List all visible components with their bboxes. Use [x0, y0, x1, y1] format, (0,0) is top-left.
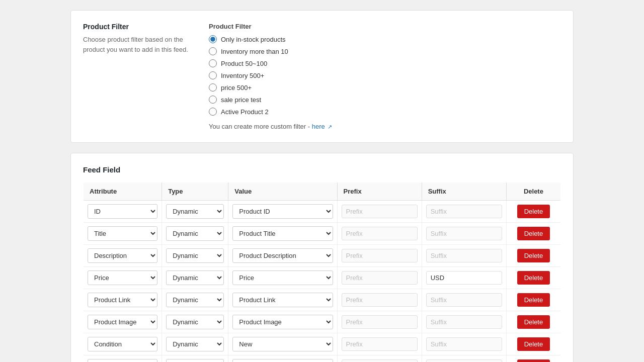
type-select-2[interactable]: Dynamic: [166, 248, 224, 263]
radio-label-5: sale price test: [221, 96, 261, 104]
radio-input-3[interactable]: [209, 71, 217, 79]
table-row: TitleDynamicProduct TitleDelete: [84, 223, 561, 245]
suffix-input-2[interactable]: [426, 249, 502, 262]
radio-item: Only in-stock products: [209, 35, 561, 43]
delete-button-4[interactable]: Delete: [517, 293, 550, 307]
attribute-select-7[interactable]: Availability: [88, 359, 157, 362]
value-select-4[interactable]: Product Link: [232, 293, 333, 307]
delete-button-7[interactable]: Delete: [517, 359, 550, 362]
feed-table-body: IDDynamicProduct IDDeleteTitleDynamicPro…: [84, 201, 561, 363]
delete-button-5[interactable]: Delete: [517, 315, 550, 329]
table-row: IDDynamicProduct IDDelete: [84, 201, 561, 223]
attribute-select-2[interactable]: Description: [88, 248, 157, 263]
custom-filter-text: You can create more custom filter - here…: [209, 123, 561, 130]
table-row: Product ImageDynamicProduct ImageDelete: [84, 311, 561, 333]
prefix-input-4[interactable]: [342, 293, 418, 307]
col-header-attribute: Attribute: [84, 183, 162, 201]
type-select-1[interactable]: Dynamic: [166, 226, 224, 241]
col-header-type: Type: [162, 183, 228, 201]
delete-button-6[interactable]: Delete: [517, 337, 550, 351]
radio-label-1: Inventory more than 10: [221, 48, 288, 55]
table-row: DescriptionDynamicProduct DescriptionDel…: [84, 245, 561, 267]
radio-label-4: price 500+: [221, 84, 252, 92]
type-select-3[interactable]: Dynamic: [166, 270, 224, 285]
table-row: AvailabilityDynamicAvailabilityDelete: [84, 355, 561, 363]
type-select-7[interactable]: Dynamic: [166, 359, 224, 362]
prefix-input-2[interactable]: [342, 249, 418, 262]
radio-item: Inventory more than 10: [209, 47, 561, 55]
radio-input-6[interactable]: [209, 108, 217, 116]
radio-input-0[interactable]: [209, 35, 217, 43]
feed-field-section: Feed Field Attribute Type Value Prefix S…: [70, 153, 574, 362]
radio-item: Active Product 2: [209, 108, 561, 116]
suffix-input-0[interactable]: [426, 205, 502, 218]
page-container: Product Filter Choose product filter bas…: [70, 10, 574, 362]
suffix-input-3[interactable]: [426, 271, 502, 285]
suffix-input-4[interactable]: [426, 293, 502, 307]
radio-input-5[interactable]: [209, 96, 217, 104]
attribute-select-1[interactable]: Title: [88, 226, 157, 241]
table-header: Attribute Type Value Prefix Suffix Delet…: [84, 183, 561, 201]
table-row: ConditionDynamicNewDelete: [84, 333, 561, 355]
attribute-select-5[interactable]: Product Image: [88, 315, 157, 329]
prefix-input-5[interactable]: [342, 315, 418, 329]
filter-left: Product Filter Choose product filter bas…: [83, 23, 194, 130]
radio-item: Inventory 500+: [209, 71, 561, 79]
custom-filter-link[interactable]: here ↗: [312, 123, 333, 130]
radio-label-2: Product 50~100: [221, 60, 267, 67]
value-select-5[interactable]: Product Image: [232, 315, 333, 329]
prefix-input-7[interactable]: [342, 359, 418, 362]
radio-label-0: Only in-stock products: [221, 36, 286, 43]
table-row: Product LinkDynamicProduct LinkDelete: [84, 289, 561, 311]
prefix-input-3[interactable]: [342, 271, 418, 285]
suffix-input-6[interactable]: [426, 337, 502, 351]
feed-field-title: Feed Field: [83, 165, 561, 174]
radio-input-4[interactable]: [209, 83, 217, 92]
col-header-prefix: Prefix: [337, 183, 422, 201]
table-row: PriceDynamicPriceDelete: [84, 267, 561, 289]
type-select-0[interactable]: Dynamic: [166, 204, 224, 219]
filter-right: Product Filter Only in-stock productsInv…: [209, 23, 561, 130]
radio-input-2[interactable]: [209, 59, 217, 67]
filter-right-title: Product Filter: [209, 23, 561, 30]
value-select-2[interactable]: Product Description: [232, 248, 333, 263]
radio-label-6: Active Product 2: [221, 108, 269, 116]
radio-input-1[interactable]: [209, 47, 217, 55]
type-select-5[interactable]: Dynamic: [166, 315, 224, 329]
delete-button-2[interactable]: Delete: [517, 249, 550, 262]
suffix-input-7[interactable]: [426, 359, 502, 362]
delete-button-0[interactable]: Delete: [517, 205, 550, 218]
value-select-6[interactable]: New: [232, 337, 333, 351]
attribute-select-0[interactable]: ID: [88, 204, 157, 219]
product-filter-section: Product Filter Choose product filter bas…: [70, 10, 574, 143]
radio-label-3: Inventory 500+: [221, 72, 264, 79]
col-header-delete: Delete: [506, 183, 560, 201]
filter-left-title: Product Filter: [83, 23, 194, 31]
col-header-suffix: Suffix: [422, 183, 506, 201]
attribute-select-3[interactable]: Price: [88, 270, 157, 285]
suffix-input-5[interactable]: [426, 315, 502, 329]
value-select-1[interactable]: Product Title: [232, 226, 333, 241]
value-select-0[interactable]: Product ID: [232, 204, 333, 219]
col-header-value: Value: [228, 183, 337, 201]
delete-button-1[interactable]: Delete: [517, 227, 550, 240]
prefix-input-6[interactable]: [342, 337, 418, 351]
radio-group: Only in-stock productsInventory more tha…: [209, 35, 561, 116]
feed-table: Attribute Type Value Prefix Suffix Delet…: [83, 182, 561, 362]
radio-item: sale price test: [209, 96, 561, 104]
radio-item: price 500+: [209, 83, 561, 92]
radio-item: Product 50~100: [209, 59, 561, 67]
table-header-row: Attribute Type Value Prefix Suffix Delet…: [84, 183, 561, 201]
delete-button-3[interactable]: Delete: [517, 271, 550, 285]
attribute-select-4[interactable]: Product Link: [88, 293, 157, 307]
attribute-select-6[interactable]: Condition: [88, 337, 157, 351]
suffix-input-1[interactable]: [426, 227, 502, 240]
value-select-3[interactable]: Price: [232, 270, 333, 285]
prefix-input-0[interactable]: [342, 205, 418, 218]
type-select-4[interactable]: Dynamic: [166, 293, 224, 307]
filter-left-description: Choose product filter based on the produ…: [83, 35, 194, 54]
value-select-7[interactable]: Availability: [232, 359, 333, 362]
type-select-6[interactable]: Dynamic: [166, 337, 224, 351]
external-link-icon: ↗: [328, 124, 332, 130]
prefix-input-1[interactable]: [342, 227, 418, 240]
